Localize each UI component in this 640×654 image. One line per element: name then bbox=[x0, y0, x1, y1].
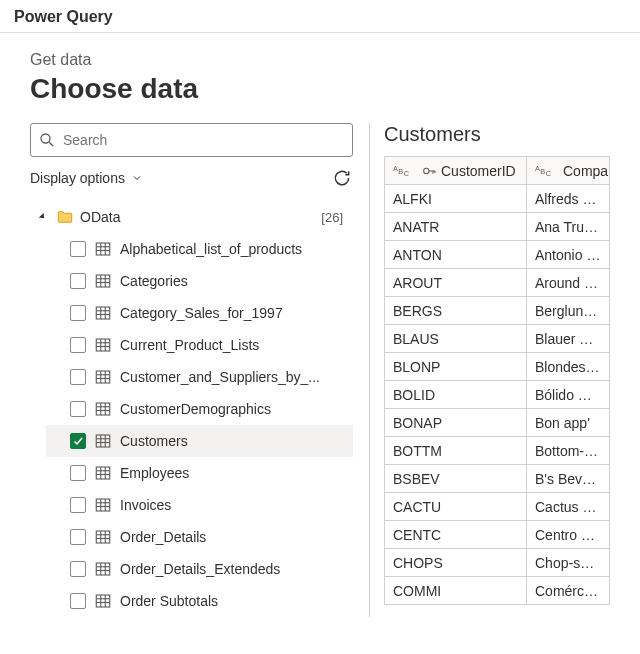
table-icon bbox=[94, 368, 112, 386]
table-cell: BONAP bbox=[385, 409, 527, 437]
table-cell: BSBEV bbox=[385, 465, 527, 493]
table-cell: Bottom-Dollar Mar bbox=[527, 437, 610, 465]
checkbox[interactable] bbox=[70, 337, 86, 353]
table-cell: BLONP bbox=[385, 353, 527, 381]
table-row[interactable]: ANTONAntonio Moreno Ta bbox=[385, 241, 610, 269]
table-row[interactable]: ANATRAna Trujillo Empare bbox=[385, 213, 610, 241]
source-node[interactable]: OData [26] bbox=[30, 201, 353, 233]
tree-item-label: Customers bbox=[120, 433, 188, 449]
key-icon bbox=[421, 163, 437, 179]
search-icon bbox=[38, 131, 56, 149]
tree-item-label: Invoices bbox=[120, 497, 171, 513]
table-cell: CENTC bbox=[385, 521, 527, 549]
tree-item[interactable]: CustomerDemographics bbox=[46, 393, 353, 425]
checkbox[interactable] bbox=[70, 561, 86, 577]
tree-item[interactable]: Current_Product_Lists bbox=[46, 329, 353, 361]
table-row[interactable]: BOLIDBólido Comidas pre bbox=[385, 381, 610, 409]
table-icon bbox=[94, 240, 112, 258]
table-icon bbox=[94, 560, 112, 578]
table-row[interactable]: BOTTMBottom-Dollar Mar bbox=[385, 437, 610, 465]
checkbox[interactable] bbox=[70, 273, 86, 289]
tree-item[interactable]: Alphabetical_list_of_products bbox=[46, 233, 353, 265]
column-header[interactable]: CustomerID bbox=[385, 157, 527, 185]
triangle-expanded-icon bbox=[36, 210, 50, 224]
table-row[interactable]: COMMIComércio Mineiro bbox=[385, 577, 610, 605]
tree-item-label: Employees bbox=[120, 465, 189, 481]
refresh-button[interactable] bbox=[331, 167, 353, 189]
checkbox[interactable] bbox=[70, 529, 86, 545]
table-icon bbox=[94, 304, 112, 322]
tree-item[interactable]: Category_Sales_for_1997 bbox=[46, 297, 353, 329]
app-title-bar: Power Query bbox=[0, 0, 640, 33]
table-cell: Ana Trujillo Empare bbox=[527, 213, 610, 241]
checkbox[interactable] bbox=[70, 497, 86, 513]
tree-item[interactable]: Invoices bbox=[46, 489, 353, 521]
table-cell: Blondesddsl père e bbox=[527, 353, 610, 381]
table-cell: CHOPS bbox=[385, 549, 527, 577]
table-icon bbox=[94, 496, 112, 514]
table-cell: ALFKI bbox=[385, 185, 527, 213]
tree-item-label: Alphabetical_list_of_products bbox=[120, 241, 302, 257]
tree-item-label: Category_Sales_for_1997 bbox=[120, 305, 283, 321]
table-row[interactable]: CENTCCentro comercial M bbox=[385, 521, 610, 549]
table-icon bbox=[94, 528, 112, 546]
table-cell: ANTON bbox=[385, 241, 527, 269]
tree-item[interactable]: Order_Details_Extendeds bbox=[46, 553, 353, 585]
checkbox[interactable] bbox=[70, 305, 86, 321]
table-cell: Chop-suey Chinese bbox=[527, 549, 610, 577]
tree-item[interactable]: Customers bbox=[46, 425, 353, 457]
checkbox[interactable] bbox=[70, 401, 86, 417]
table-cell: Around the Horn bbox=[527, 269, 610, 297]
table-icon bbox=[94, 336, 112, 354]
table-icon bbox=[94, 272, 112, 290]
table-row[interactable]: BERGSBerglunds snabbkö bbox=[385, 297, 610, 325]
table-cell: Alfreds Futterkiste bbox=[527, 185, 610, 213]
table-row[interactable]: BLAUSBlauer See Delikate bbox=[385, 325, 610, 353]
text-type-icon bbox=[393, 163, 417, 179]
table-cell: ANATR bbox=[385, 213, 527, 241]
expand-toggle[interactable] bbox=[36, 212, 50, 222]
table-cell: B's Beverages bbox=[527, 465, 610, 493]
column-header[interactable]: CompanyName bbox=[527, 157, 610, 185]
preview-panel: Customers CustomerIDCompanyName ALFKIAlf… bbox=[370, 123, 610, 617]
app-title: Power Query bbox=[14, 8, 626, 26]
table-cell: BOTTM bbox=[385, 437, 527, 465]
tree-item[interactable]: Categories bbox=[46, 265, 353, 297]
table-cell: Cactus Comidas pa bbox=[527, 493, 610, 521]
table-row[interactable]: ALFKIAlfreds Futterkiste bbox=[385, 185, 610, 213]
checkbox[interactable] bbox=[70, 465, 86, 481]
folder-icon bbox=[56, 208, 74, 226]
table-row[interactable]: CACTUCactus Comidas pa bbox=[385, 493, 610, 521]
table-row[interactable]: BONAPBon app' bbox=[385, 409, 610, 437]
tree-item-label: Order_Details bbox=[120, 529, 206, 545]
tree-item[interactable]: Employees bbox=[46, 457, 353, 489]
checkbox[interactable] bbox=[70, 433, 86, 449]
checkbox[interactable] bbox=[70, 593, 86, 609]
table-cell: AROUT bbox=[385, 269, 527, 297]
table-row[interactable]: CHOPSChop-suey Chinese bbox=[385, 549, 610, 577]
tree-item[interactable]: Order_Details bbox=[46, 521, 353, 553]
navigator-panel: Display options OData [26] Alphabetical_… bbox=[30, 123, 370, 617]
tree-item-label: Order_Details_Extendeds bbox=[120, 561, 280, 577]
table-cell: Antonio Moreno Ta bbox=[527, 241, 610, 269]
table-icon bbox=[94, 592, 112, 610]
table-row[interactable]: BLONPBlondesddsl père e bbox=[385, 353, 610, 381]
checkbox[interactable] bbox=[70, 369, 86, 385]
table-cell: BLAUS bbox=[385, 325, 527, 353]
tree-item[interactable]: Customer_and_Suppliers_by_... bbox=[46, 361, 353, 393]
table-cell: Bon app' bbox=[527, 409, 610, 437]
source-name: OData bbox=[80, 209, 321, 225]
refresh-icon bbox=[332, 168, 352, 188]
search-input[interactable] bbox=[30, 123, 353, 157]
table-cell: Bólido Comidas pre bbox=[527, 381, 610, 409]
table-cell: BOLID bbox=[385, 381, 527, 409]
table-row[interactable]: BSBEVB's Beverages bbox=[385, 465, 610, 493]
tree-item-label: Categories bbox=[120, 273, 188, 289]
preview-table: CustomerIDCompanyName ALFKIAlfreds Futte… bbox=[384, 156, 610, 605]
tree-item-label: Customer_and_Suppliers_by_... bbox=[120, 369, 320, 385]
checkbox[interactable] bbox=[70, 241, 86, 257]
tree-item-label: Current_Product_Lists bbox=[120, 337, 259, 353]
display-options-dropdown[interactable]: Display options bbox=[30, 170, 143, 186]
tree-item[interactable]: Order Subtotals bbox=[46, 585, 353, 617]
table-row[interactable]: AROUTAround the Horn bbox=[385, 269, 610, 297]
